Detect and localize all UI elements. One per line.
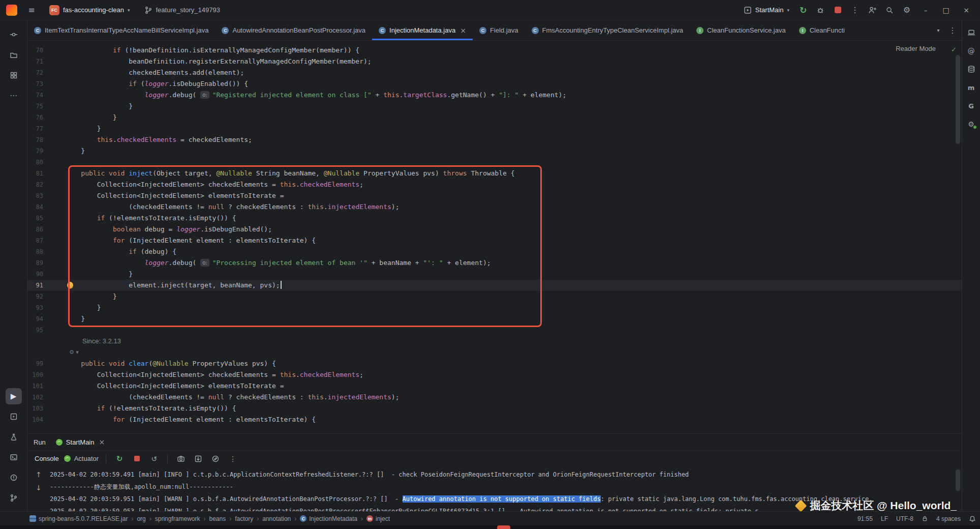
close-tab-icon[interactable]: × — [460, 26, 466, 35]
tab-Field.java[interactable]: CField.java — [473, 20, 525, 40]
scroll-to-top-button[interactable]: ↑ — [33, 468, 45, 481]
tab-FmsAccountingEntryTypeCleanServiceImpl.java[interactable]: CFmsAccountingEntryTypeCleanServiceImpl.… — [525, 20, 690, 40]
project-folder-icon[interactable] — [6, 47, 22, 63]
run-config-selector[interactable]: StartMain ▾ — [740, 5, 793, 16]
stop-button[interactable] — [831, 3, 845, 17]
inspections-ok-icon[interactable]: ✓ — [951, 46, 957, 53]
indent-style[interactable]: 4 spaces — [936, 515, 961, 522]
restart-button[interactable]: ↺ — [148, 453, 160, 465]
code-line-95: 95 — [27, 325, 962, 336]
settings-button[interactable]: ⚙ — [900, 3, 914, 17]
intention-bulb-icon[interactable] — [67, 282, 73, 288]
main-menu-icon[interactable]: ≡ — [24, 3, 39, 17]
line-separator[interactable]: LF — [881, 515, 888, 522]
maximize-button[interactable]: □ — [937, 3, 955, 18]
caret-position[interactable]: 91:55 — [858, 515, 873, 522]
code-text: beanDefinition.registerExternallyManaged… — [65, 56, 372, 67]
more-actions-button[interactable]: ⋮ — [848, 3, 862, 17]
edit-configuration-button[interactable] — [209, 453, 222, 465]
title-bar: ≡ FC fas-accounting-clean ▾ feature_stor… — [0, 0, 980, 20]
left-tool-strip: ⋯ ▶ — [0, 20, 27, 511]
search-everywhere-button[interactable] — [882, 3, 897, 17]
rerun-button[interactable]: ↻ — [796, 3, 810, 17]
tab-options-button[interactable]: ⋮ — [945, 20, 960, 40]
code-line-71: 71 beanDefinition.registerExternallyMana… — [27, 56, 962, 67]
branch-widget[interactable]: feature_story_149793 — [141, 5, 224, 16]
readonly-toggle[interactable] — [922, 515, 928, 522]
breadcrumb-separator: › — [294, 515, 296, 522]
tab-actuator[interactable]: Actuator — [64, 455, 99, 462]
notifications-button[interactable] — [969, 515, 976, 522]
stop-button[interactable] — [131, 453, 143, 465]
build-icon[interactable] — [6, 429, 22, 445]
tab-CleanFuncti[interactable]: ICleanFuncti — [792, 20, 851, 40]
gradle-icon[interactable]: G — [964, 99, 978, 113]
project-widget[interactable]: FC fas-accounting-clean ▾ — [46, 4, 134, 17]
thread-dump-button[interactable] — [175, 453, 187, 465]
tab-CleanFunctionService.java[interactable]: ICleanFunctionService.java — [690, 20, 792, 40]
console-toolbar: Console Actuator ↻ ↺ — [27, 450, 962, 466]
tab-label: FmsAccountingEntryTypeCleanServiceImpl.j… — [542, 26, 683, 34]
console-lines[interactable]: 2025-04-02 20:03:59.491 [main] [INFO ] c… — [50, 466, 962, 511]
breadcrumb-item[interactable]: org — [137, 515, 145, 522]
editor-tab-bar: CItemTextTransInternalTypeAccNameBillSer… — [27, 20, 962, 41]
breadcrumb-item[interactable]: minject — [366, 515, 390, 522]
run-tab-startmain[interactable]: StartMain × — [56, 438, 105, 446]
rerun-button[interactable]: ↻ — [113, 453, 126, 465]
run-config-icon — [744, 6, 752, 14]
minimize-button[interactable]: – — [917, 3, 934, 18]
breadcrumb-item[interactable]: annotation — [262, 515, 291, 522]
code-line-99: 99 public void clear(@Nullable PropertyV… — [27, 358, 962, 369]
code-text: } — [65, 302, 101, 313]
code-with-me-button[interactable] — [865, 3, 879, 17]
reader-mode-label[interactable]: Reader Mode — [896, 45, 936, 52]
tab-ItemTextTransInternalTypeAccNameBillServiceImpl.java[interactable]: CItemTextTransInternalTypeAccNameBillSer… — [27, 20, 215, 40]
tab-label: Field.java — [490, 26, 518, 34]
debug-button[interactable] — [813, 3, 828, 17]
code-line-82: 82 Collection<InjectedElement> checkedEl… — [27, 179, 962, 190]
code-editor[interactable]: 70 if (!beanDefinition.isExternallyManag… — [27, 41, 962, 433]
close-button[interactable]: × — [958, 3, 975, 18]
structure-icon[interactable] — [6, 67, 22, 83]
breadcrumb-item[interactable]: factory — [235, 515, 253, 522]
heap-dump-button[interactable] — [192, 453, 204, 465]
console-more-button[interactable]: ⋮ — [227, 453, 239, 465]
editor-scrollbar[interactable] — [956, 55, 960, 144]
code-line-81: 81 public void inject(Object target, @Nu… — [27, 168, 962, 179]
line-number: 78 — [27, 134, 43, 145]
tool-window-title: Run — [34, 438, 46, 446]
version-control-icon[interactable] — [6, 490, 22, 506]
terminal-icon[interactable] — [6, 449, 22, 465]
line-number: 85 — [27, 213, 43, 224]
breadcrumb-item[interactable]: CInjectionMetadata — [300, 515, 357, 522]
console-scrollbar[interactable] — [956, 469, 960, 491]
code-text: (checkedElements != null ? checkedElemen… — [65, 201, 400, 213]
plugins-icon[interactable]: ⚙ — [964, 117, 978, 131]
services-icon[interactable] — [6, 408, 22, 425]
breadcrumb-item[interactable]: spring-beans-5.0.7.RELEASE.jar — [29, 515, 128, 522]
line-number: 75 — [27, 101, 43, 112]
breadcrumb-item[interactable]: springframework — [155, 515, 200, 522]
breadcrumb-separator: › — [257, 515, 259, 522]
scroll-to-end-button[interactable]: ↓ — [33, 482, 45, 494]
line-number: 73 — [27, 78, 43, 90]
monitor-icon[interactable] — [964, 25, 978, 40]
more-tools-icon[interactable]: ⋯ — [6, 87, 22, 104]
breadcrumb-item[interactable]: beans — [209, 515, 226, 522]
ai-assistant-icon[interactable]: @ — [964, 44, 978, 58]
tab-console[interactable]: Console — [35, 455, 59, 462]
file-encoding[interactable]: UTF-8 — [896, 515, 913, 522]
close-tab-icon[interactable]: × — [99, 438, 105, 446]
code-line-91: 91 element.inject(target, beanName, pvs)… — [27, 280, 962, 291]
database-icon[interactable] — [964, 62, 978, 76]
tab-InjectionMetadata.java[interactable]: CInjectionMetadata.java× — [372, 20, 473, 40]
maven-icon[interactable]: m — [964, 80, 978, 95]
hidden-tabs-button[interactable]: ▾ — [931, 20, 945, 40]
clipped-red-element — [497, 525, 510, 529]
import-icon — [194, 455, 202, 463]
commit-icon[interactable] — [6, 26, 22, 43]
run-tool-icon[interactable]: ▶ — [6, 388, 22, 404]
problems-icon[interactable] — [6, 469, 22, 486]
tab-AutowiredAnnotationBeanPostProcessor.java[interactable]: CAutowiredAnnotationBeanPostProcessor.ja… — [215, 20, 372, 40]
jar-icon — [29, 515, 36, 522]
